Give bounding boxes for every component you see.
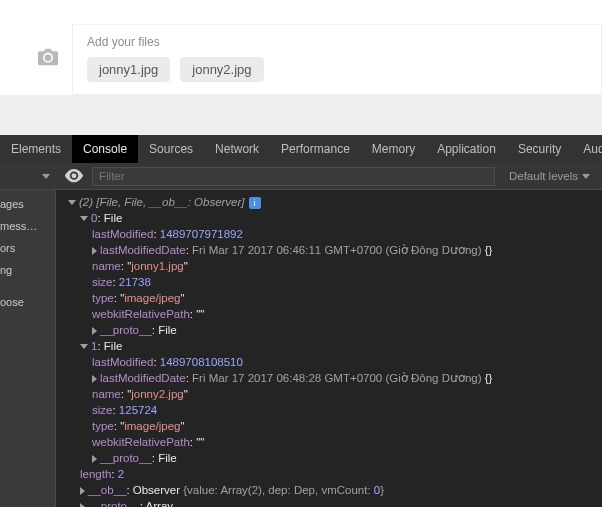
console-line[interactable]: lastModifiedDate: Fri Mar 17 2017 06:46:… xyxy=(60,242,602,258)
console-line: length: 2 xyxy=(60,466,602,482)
expand-toggle-icon[interactable] xyxy=(92,247,97,255)
tab-console[interactable]: Console xyxy=(72,135,138,163)
log-levels-label: Default levels xyxy=(509,170,578,182)
console-toolbar: Default levels xyxy=(0,163,602,190)
console-sidebar: ages mess… ors ng oose xyxy=(0,190,56,507)
console-line: webkitRelativePath: "" xyxy=(60,306,602,322)
sidebar-item[interactable]: oose xyxy=(0,291,55,313)
console-line[interactable]: __proto__: File xyxy=(60,450,602,466)
sidebar-item[interactable]: mess… xyxy=(0,215,55,237)
sidebar-item[interactable]: ng xyxy=(0,259,55,281)
file-chip[interactable]: jonny2.jpg xyxy=(180,57,263,82)
tab-security[interactable]: Security xyxy=(507,135,572,163)
console-line: lastModified: 1489707971892 xyxy=(60,226,602,242)
console-line: type: "image/jpeg" xyxy=(60,418,602,434)
tab-network[interactable]: Network xyxy=(204,135,270,163)
page-background-strip xyxy=(0,95,602,135)
tab-application[interactable]: Application xyxy=(426,135,507,163)
console-line[interactable]: (2) [File, File, __ob__: Observer]i xyxy=(60,194,602,210)
console-line[interactable]: __proto__: File xyxy=(60,322,602,338)
devtools-panel: Elements Console Sources Network Perform… xyxy=(0,135,602,507)
tab-memory[interactable]: Memory xyxy=(361,135,426,163)
expand-toggle-icon[interactable] xyxy=(80,503,85,507)
console-line: lastModified: 1489708108510 xyxy=(60,354,602,370)
console-line[interactable]: __ob__: Observer {value: Array(2), dep: … xyxy=(60,482,602,498)
file-upload-area: Add your files jonny1.jpg jonny2.jpg xyxy=(0,0,602,95)
console-line[interactable]: __proto__: Array xyxy=(60,498,602,507)
tab-audits[interactable]: Audits xyxy=(572,135,602,163)
expand-toggle-icon[interactable] xyxy=(92,455,97,463)
expand-toggle-icon[interactable] xyxy=(92,327,97,335)
camera-icon xyxy=(38,48,58,66)
tab-sources[interactable]: Sources xyxy=(138,135,204,163)
context-selector[interactable] xyxy=(0,174,56,179)
console-line: name: "jonny2.jpg" xyxy=(60,386,602,402)
info-icon[interactable]: i xyxy=(249,197,261,209)
console-line: size: 21738 xyxy=(60,274,602,290)
console-output[interactable]: (2) [File, File, __ob__: Observer]i 0: F… xyxy=(56,190,602,507)
console-line: name: "jonny1.jpg" xyxy=(60,258,602,274)
tab-performance[interactable]: Performance xyxy=(270,135,361,163)
filter-input[interactable] xyxy=(92,167,495,186)
console-line: type: "image/jpeg" xyxy=(60,290,602,306)
array-summary: (2) [File, File, __ob__: Observer] xyxy=(79,196,245,208)
file-input-container[interactable]: Add your files jonny1.jpg jonny2.jpg xyxy=(72,24,602,95)
file-chip[interactable]: jonny1.jpg xyxy=(87,57,170,82)
expand-toggle-icon[interactable] xyxy=(68,200,76,205)
chevron-down-icon xyxy=(582,174,590,179)
sidebar-item[interactable] xyxy=(0,281,55,291)
eye-icon[interactable] xyxy=(64,169,84,182)
tab-elements[interactable]: Elements xyxy=(0,135,72,163)
file-input-label: Add your files xyxy=(87,35,587,49)
chevron-down-icon xyxy=(42,174,50,179)
console-line[interactable]: 1: File xyxy=(60,338,602,354)
sidebar-item[interactable]: ages xyxy=(0,193,55,215)
console-line: webkitRelativePath: "" xyxy=(60,434,602,450)
console-line: size: 125724 xyxy=(60,402,602,418)
file-chip-list: jonny1.jpg jonny2.jpg xyxy=(87,57,587,82)
expand-toggle-icon[interactable] xyxy=(80,216,88,221)
expand-toggle-icon[interactable] xyxy=(80,344,88,349)
expand-toggle-icon[interactable] xyxy=(92,375,97,383)
console-line[interactable]: 0: File xyxy=(60,210,602,226)
log-levels-selector[interactable]: Default levels xyxy=(495,170,602,182)
expand-toggle-icon[interactable] xyxy=(80,487,85,495)
console-line[interactable]: lastModifiedDate: Fri Mar 17 2017 06:48:… xyxy=(60,370,602,386)
devtools-tab-bar: Elements Console Sources Network Perform… xyxy=(0,135,602,163)
sidebar-item[interactable]: ors xyxy=(0,237,55,259)
